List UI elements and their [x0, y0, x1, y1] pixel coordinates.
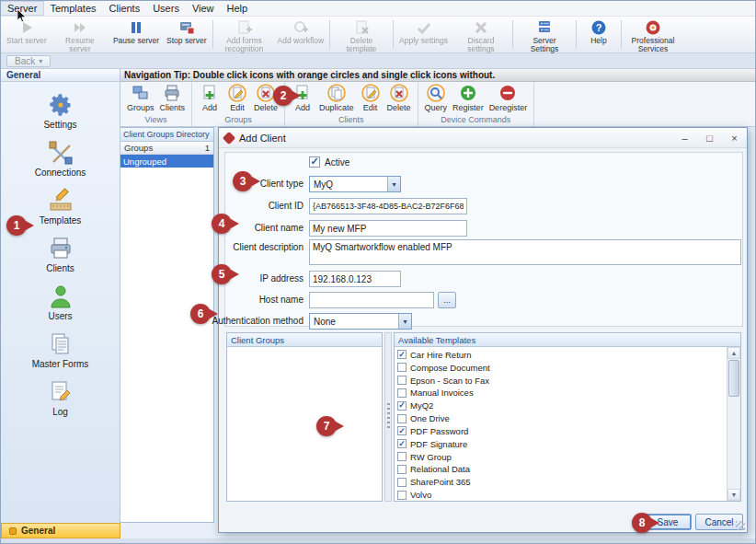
client-delete-button[interactable]: Delete	[384, 83, 414, 113]
client-type-select[interactable]: MyQ ▾	[309, 176, 401, 192]
client-duplicate-button[interactable]: Duplicate	[316, 83, 357, 113]
deregister-button[interactable]: Deregister	[487, 83, 531, 113]
template-checkbox[interactable]	[397, 363, 407, 372]
menu-item[interactable]: Clients	[103, 2, 147, 15]
template-list-item[interactable]: Compose Document	[397, 362, 727, 374]
chevron-down-icon: ▾	[39, 57, 42, 65]
callout-3: 3	[233, 171, 253, 191]
groups-view-button[interactable]: Groups	[124, 83, 157, 113]
template-checkbox[interactable]	[397, 426, 407, 435]
ribbon-caption-groups: Groups	[196, 115, 281, 126]
delete-template-button[interactable]: Delete template	[332, 17, 391, 52]
template-checkbox[interactable]	[397, 350, 407, 359]
back-button[interactable]: Back ▾	[6, 55, 51, 67]
client-description-input[interactable]: MyQ Smartworkflow enabled MFP	[309, 239, 741, 265]
template-list-item[interactable]: Epson - Scan to Fax	[397, 375, 727, 387]
template-checkbox[interactable]	[397, 439, 407, 448]
template-list-item[interactable]: Car Hire Return	[397, 349, 727, 361]
sidebar-item-clients[interactable]: Clients	[1, 231, 120, 279]
template-list-item[interactable]: SharePoint 365	[397, 476, 727, 488]
printer-icon	[163, 84, 181, 102]
template-list-item[interactable]: Volvo	[397, 489, 727, 501]
menu-item[interactable]: Users	[146, 2, 186, 15]
template-checkbox[interactable]	[397, 401, 407, 411]
sidebar-item-connections[interactable]: Connections	[1, 135, 120, 183]
groups-column-header[interactable]: Groups 1	[120, 142, 213, 155]
ip-address-input[interactable]	[309, 271, 401, 287]
authentication-method-row: Authentication method None ▾	[219, 313, 747, 330]
main-toolbar: Start server Resume server Pause server …	[1, 17, 755, 53]
template-list-item[interactable]: PDF Password	[397, 425, 727, 437]
client-edit-button[interactable]: Edit	[357, 83, 384, 113]
client-name-input[interactable]	[309, 220, 467, 237]
professional-services-button[interactable]: Professional Services	[624, 17, 682, 52]
server-settings-icon	[536, 19, 553, 36]
sidebar-item-settings[interactable]: Settings	[1, 87, 120, 135]
maximize-button[interactable]: □	[697, 128, 722, 147]
server-settings-button[interactable]: Server Settings	[515, 17, 574, 52]
scrollbar-thumb[interactable]	[728, 360, 739, 397]
template-label: Epson - Scan to Fax	[410, 376, 489, 386]
scroll-up-arrow[interactable]: ▲	[727, 347, 740, 359]
add-workflow-icon	[292, 19, 309, 36]
resume-server-button[interactable]: Resume server	[51, 17, 109, 52]
sidebar-item-users[interactable]: Users	[1, 279, 120, 327]
template-checkbox[interactable]	[397, 491, 407, 500]
apply-check-icon	[416, 19, 432, 36]
query-button[interactable]: Query	[422, 83, 451, 113]
template-checkbox[interactable]	[397, 452, 407, 461]
template-list-item[interactable]: One Drive	[397, 412, 727, 424]
sidebar-item-master-forms[interactable]: Master Forms	[1, 327, 120, 375]
template-checkbox[interactable]	[397, 465, 407, 474]
register-button[interactable]: Register	[450, 83, 487, 113]
authentication-method-select[interactable]: None ▾	[309, 313, 412, 330]
template-list-item[interactable]: Relational Data	[397, 463, 727, 475]
group-edit-button[interactable]: Edit	[223, 83, 251, 113]
cables-icon	[48, 140, 74, 166]
toolbar-separator	[329, 20, 330, 49]
panel-splitter-handle[interactable]	[384, 332, 392, 502]
template-list-item[interactable]: Manual Invoices	[397, 387, 727, 399]
menu-item[interactable]: View	[186, 2, 221, 15]
client-id-input[interactable]	[309, 198, 467, 214]
menu-item[interactable]: Templates	[43, 2, 102, 15]
scroll-down-arrow[interactable]: ▼	[727, 489, 740, 501]
template-checkbox[interactable]	[397, 376, 407, 385]
template-checkbox[interactable]	[397, 414, 407, 423]
clients-view-button[interactable]: Clients	[157, 83, 189, 113]
stop-server-button[interactable]: Stop server	[163, 17, 210, 52]
sidebar-footer-general[interactable]: General	[1, 523, 120, 538]
ribbon-group-views: Groups Clients Views	[120, 82, 192, 126]
template-list-item[interactable]: RW Group	[397, 451, 727, 463]
ribbon-caption-views: Views	[124, 115, 188, 126]
template-checkbox[interactable]	[397, 388, 407, 398]
help-button[interactable]: ? Help	[578, 17, 619, 52]
apply-settings-button[interactable]: Apply settings	[395, 17, 452, 52]
active-checkbox[interactable]	[309, 156, 320, 168]
close-button[interactable]: ×	[722, 128, 747, 147]
toolbar-separator	[512, 20, 513, 49]
resize-grip[interactable]	[736, 521, 745, 530]
dialog-title-bar[interactable]: Add Client – □ ×	[219, 128, 747, 148]
group-row-ungrouped[interactable]: Ungrouped	[120, 155, 213, 168]
group-add-button[interactable]: Add	[196, 83, 223, 113]
template-list-item[interactable]: MyQ2	[397, 399, 727, 411]
template-checkbox[interactable]	[397, 478, 407, 487]
pause-server-button[interactable]: Pause server	[109, 17, 163, 52]
browse-button[interactable]: ...	[438, 292, 456, 308]
ip-address-label: IP address	[259, 273, 304, 284]
pencil-ruler-icon	[48, 188, 74, 214]
host-name-label: Host name	[259, 295, 304, 305]
minimize-button[interactable]: –	[672, 128, 697, 147]
sidebar-item-log[interactable]: Log	[1, 375, 120, 422]
magnifier-icon	[427, 84, 445, 102]
menu-item[interactable]: Help	[221, 2, 255, 15]
ribbon-caption-device-commands: Device Commands	[422, 115, 531, 126]
discard-settings-button[interactable]: Discard settings	[452, 17, 510, 52]
callout-1: 1	[6, 215, 27, 236]
add-plus-icon	[200, 84, 219, 102]
add-workflow-button[interactable]: Add workflow	[274, 17, 328, 52]
template-list-item[interactable]: PDF Signature	[397, 438, 727, 450]
add-forms-recognition-button[interactable]: Add forms recognition	[215, 17, 274, 52]
host-name-input[interactable]	[309, 292, 434, 308]
